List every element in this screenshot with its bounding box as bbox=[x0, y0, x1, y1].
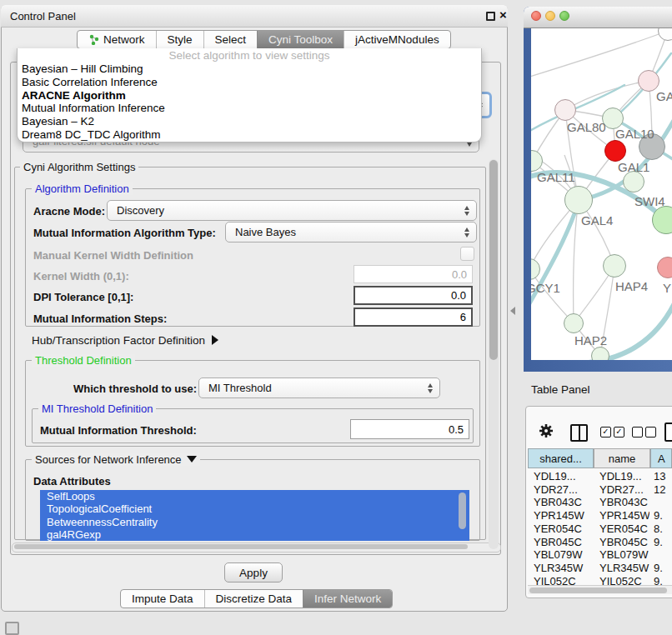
combo-stepper-icon bbox=[464, 206, 470, 216]
node-gal80[interactable] bbox=[554, 99, 576, 121]
table-cell[interactable]: YBR043C bbox=[599, 496, 649, 508]
tab-infer-network-label: Infer Network bbox=[314, 592, 381, 605]
bottom-tabbar: Impute Data Discretize Data Infer Networ… bbox=[120, 589, 393, 608]
traffic-zoom-icon[interactable] bbox=[559, 11, 569, 21]
aracne-mode-combo[interactable]: Discovery bbox=[107, 200, 477, 221]
panel-collapse-arrow-icon[interactable] bbox=[510, 307, 515, 315]
tab-style[interactable]: Style bbox=[156, 31, 203, 48]
tab-cyni-toolbox-label: Cyni Toolbox bbox=[268, 33, 333, 46]
kernel-width-label: Kernel Width (0,1): bbox=[33, 270, 129, 282]
node-label: GAL1 bbox=[618, 160, 649, 174]
corner-resize-handle[interactable] bbox=[5, 622, 19, 635]
mi-steps-field[interactable]: 6 bbox=[354, 308, 473, 327]
apply-button[interactable]: Apply bbox=[224, 562, 283, 582]
table-cell[interactable]: YPR145W bbox=[534, 509, 594, 522]
attribute-list-scrollbar[interactable] bbox=[459, 492, 466, 529]
table-cell[interactable]: YIL052C bbox=[534, 575, 594, 585]
algorithm-definition-title: Algorithm Definition bbox=[32, 182, 133, 195]
dropdown-item-bayesian-k2[interactable]: Bayesian – K2 bbox=[18, 115, 481, 128]
settings-vscroll-thumb[interactable] bbox=[489, 160, 498, 360]
table-cell[interactable]: YLR345W bbox=[534, 562, 594, 574]
table-cell[interactable]: YBL079W bbox=[534, 548, 594, 561]
node-label: GAL10 bbox=[615, 127, 654, 141]
node-label: GAL bbox=[656, 89, 672, 103]
column-header-shared-name[interactable]: shared... bbox=[528, 448, 594, 468]
table-cell[interactable]: YER054C bbox=[534, 522, 594, 535]
table-cell[interactable]: 8. bbox=[654, 522, 672, 535]
float-window-button[interactable] bbox=[486, 12, 495, 21]
table-cell[interactable]: YBL079W bbox=[599, 548, 649, 561]
mi-threshold-field[interactable]: 0.5 bbox=[350, 419, 469, 439]
column-header-name[interactable]: name bbox=[594, 448, 650, 468]
table-hscroll-track[interactable] bbox=[528, 585, 672, 594]
table-cell[interactable]: YDL19... bbox=[599, 470, 649, 482]
cyni-algorithm-settings-title: Cyni Algorithm Settings bbox=[20, 161, 138, 173]
dropdown-item-mutual-information[interactable]: Mutual Information Inference bbox=[18, 102, 481, 115]
tab-network[interactable]: Network bbox=[78, 31, 156, 48]
tab-discretize-data[interactable]: Discretize Data bbox=[204, 590, 303, 608]
traffic-minimize-icon[interactable] bbox=[545, 11, 555, 21]
node-gal4[interactable] bbox=[564, 186, 593, 214]
traffic-close-icon[interactable] bbox=[531, 11, 541, 21]
table-cell[interactable]: YDL19... bbox=[534, 470, 594, 482]
node-label: GAL80 bbox=[567, 120, 606, 134]
sources-group-title[interactable]: Sources for Network Inference bbox=[32, 453, 200, 466]
table-cell[interactable]: YBR043C bbox=[534, 496, 594, 508]
tab-infer-network[interactable]: Infer Network bbox=[303, 590, 392, 608]
column-header-partial[interactable]: A bbox=[650, 448, 672, 468]
table-select-none-icon[interactable] bbox=[632, 427, 659, 442]
dropdown-item-basic-correlation[interactable]: Basic Correlation Inference bbox=[18, 76, 481, 89]
attribute-selfloops[interactable]: SelfLoops bbox=[40, 490, 469, 502]
tab-network-label: Network bbox=[103, 33, 145, 46]
tab-jactivemnodules[interactable]: jActiveMNodules bbox=[344, 31, 450, 48]
dropdown-item-dream8[interactable]: Dream8 DC_TDC Algorithm bbox=[18, 128, 481, 142]
table-cell[interactable]: YER054C bbox=[599, 522, 649, 535]
manual-kernel-checkbox[interactable] bbox=[460, 247, 474, 261]
table-settings-gear-icon[interactable] bbox=[538, 422, 554, 439]
settings-vscroll-track[interactable] bbox=[489, 159, 499, 549]
dropdown-item-aracne[interactable]: ARACNE Algorithm bbox=[18, 89, 481, 102]
node-hap4[interactable] bbox=[603, 254, 626, 278]
aracne-mode-label: Aracne Mode: bbox=[33, 205, 105, 218]
attribute-gal4rgexp[interactable]: gal4RGexp bbox=[40, 528, 469, 541]
table-cell[interactable]: 9. bbox=[654, 575, 672, 585]
table-cell[interactable]: 13 bbox=[654, 470, 672, 482]
tab-impute-data[interactable]: Impute Data bbox=[121, 590, 204, 608]
algorithm-dropdown-placeholder: Select algorithm to view settings bbox=[18, 48, 481, 62]
node-label: GAL11 bbox=[537, 170, 575, 184]
network-canvas[interactable]: GAL GAL80 GAL10 GAL1 GAL11 SWI4 GAL4 GCY… bbox=[531, 28, 672, 360]
attribute-topologicalcoefficient[interactable]: TopologicalCoefficient bbox=[40, 502, 469, 515]
table-cell[interactable]: 9. bbox=[654, 536, 672, 548]
node-hap2[interactable] bbox=[564, 313, 584, 333]
mi-threshold-title: MI Threshold Definition bbox=[38, 402, 156, 415]
table-page-icon[interactable] bbox=[664, 422, 672, 442]
table-cell[interactable]: 9. bbox=[654, 509, 672, 522]
dpi-tolerance-label: DPI Tolerance [0,1]: bbox=[33, 291, 133, 303]
dropdown-item-bayesian-hill-climbing[interactable]: Bayesian – Hill Climbing bbox=[18, 62, 481, 76]
table-cell[interactable]: 12 bbox=[654, 483, 672, 496]
node-gal1[interactable] bbox=[604, 140, 626, 162]
hub-definition-expander[interactable]: Hub/Transcription Factor Definition bbox=[32, 334, 218, 347]
which-threshold-combo[interactable]: MI Threshold bbox=[198, 378, 440, 398]
mi-type-combo[interactable]: Naive Bayes bbox=[225, 222, 477, 242]
attribute-betweennesscentrality[interactable]: BetweennessCentrality bbox=[40, 516, 469, 528]
table-hscroll-thumb[interactable] bbox=[529, 588, 667, 593]
close-panel-button[interactable]: × bbox=[499, 8, 507, 22]
table-cell[interactable]: YIL052C bbox=[599, 575, 649, 585]
table-cell[interactable]: YPR145W bbox=[599, 509, 649, 522]
table-column-split-icon[interactable] bbox=[570, 424, 588, 442]
table-cell[interactable]: YBR045C bbox=[534, 536, 594, 548]
table-cell[interactable]: YLR345W bbox=[599, 562, 649, 574]
tab-select[interactable]: Select bbox=[203, 31, 258, 48]
settings-hscroll-track[interactable] bbox=[12, 542, 501, 552]
settings-hscroll-thumb[interactable] bbox=[14, 544, 468, 549]
table-select-all-icon[interactable]: ✓✓ bbox=[600, 427, 627, 442]
dpi-tolerance-field[interactable]: 0.0 bbox=[354, 286, 473, 305]
table-cell[interactable]: YBR045C bbox=[599, 536, 649, 548]
node-bottom[interactable] bbox=[591, 347, 609, 360]
table-cell[interactable]: 9. bbox=[654, 562, 672, 574]
tab-cyni-toolbox[interactable]: Cyni Toolbox bbox=[257, 31, 344, 48]
kernel-width-field[interactable]: 0.0 bbox=[354, 265, 473, 283]
table-cell[interactable]: YDR27... bbox=[534, 483, 594, 496]
table-cell[interactable]: YDR27... bbox=[599, 483, 649, 496]
